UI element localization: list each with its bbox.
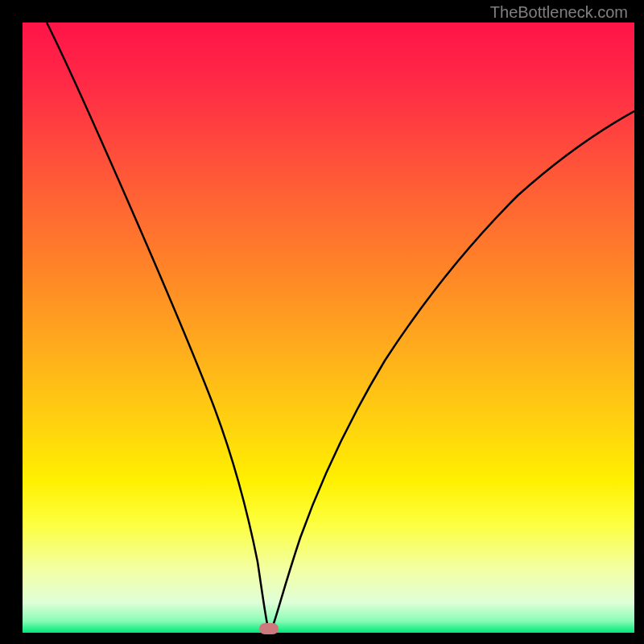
curve-svg bbox=[23, 23, 634, 633]
plot-area bbox=[23, 23, 634, 633]
watermark-text: TheBottleneck.com bbox=[490, 3, 628, 22]
minimum-marker bbox=[259, 623, 279, 634]
bottleneck-curve bbox=[47, 23, 634, 628]
